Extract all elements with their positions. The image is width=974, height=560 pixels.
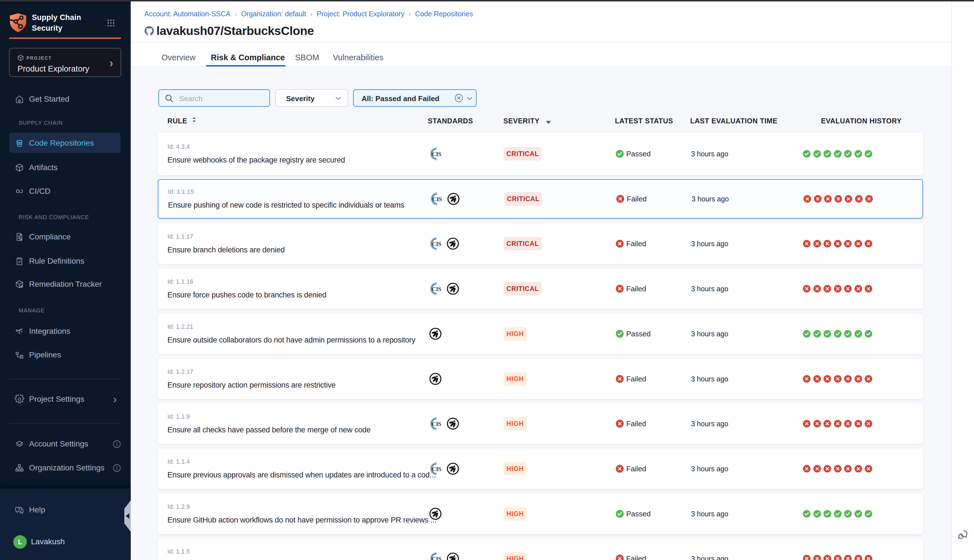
svg-text:CIS: CIS — [432, 420, 441, 427]
svg-text:CIS: CIS — [432, 196, 442, 203]
svg-text:CIS: CIS — [432, 286, 441, 292]
svg-text:CIS: CIS — [432, 555, 441, 560]
svg-text:CIS: CIS — [432, 151, 441, 157]
svg-text:CIS: CIS — [432, 240, 441, 247]
svg-text:CIS: CIS — [432, 466, 441, 472]
